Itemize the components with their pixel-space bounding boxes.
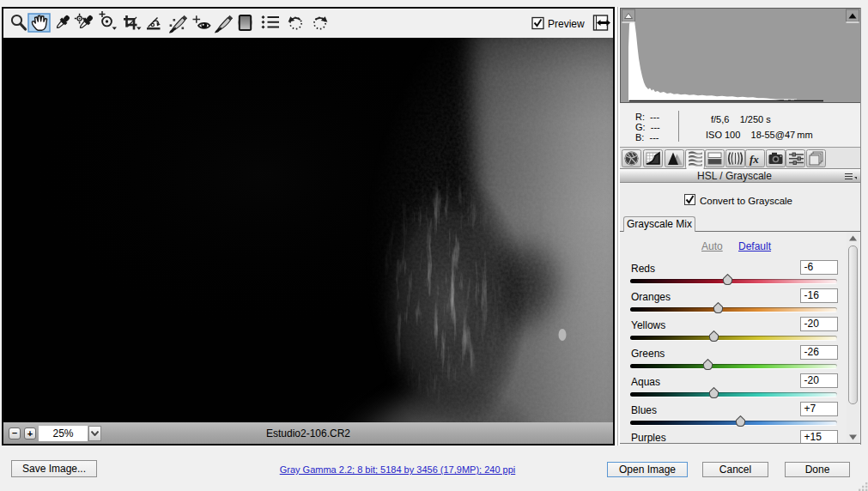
svg-text:fx: fx — [750, 153, 759, 166]
svg-text:Preview: Preview — [548, 18, 585, 30]
